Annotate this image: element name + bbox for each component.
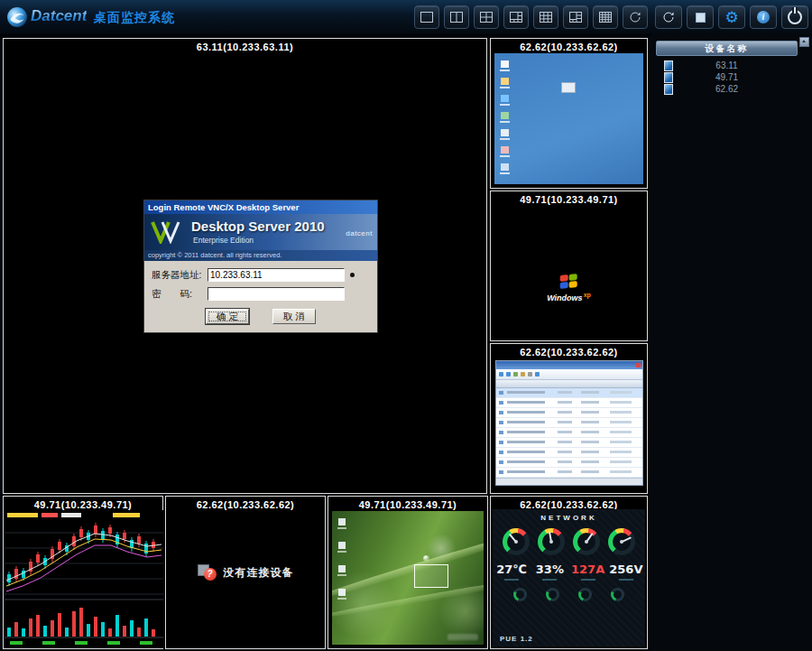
mini-gauge [513, 588, 527, 601]
info-button[interactable]: i [750, 5, 777, 29]
desktop-icon [501, 78, 509, 85]
brand-logo-icon [6, 6, 28, 28]
no-device-message: ? 没有连接设备 [166, 497, 325, 648]
refresh-button[interactable] [655, 5, 682, 29]
server-browse-button[interactable] [350, 273, 355, 277]
device-list-title: 设备名称 [706, 43, 749, 53]
humidity-gauge [538, 528, 565, 555]
layout-16-button[interactable] [593, 5, 618, 29]
info-icon: i [757, 11, 770, 23]
panel-main-63-11[interactable]: 63.11(10.233.63.11) Login Remote VNC/X D… [3, 38, 487, 494]
panel-49-71-xp[interactable]: 49.71(10.233.49.71) Windowsxp [490, 191, 648, 341]
desktop-icon [338, 589, 346, 596]
password-label: 密 码: [152, 288, 208, 301]
layout-9-button[interactable] [533, 5, 558, 29]
panel-49-71-chart[interactable]: 49.71(10.233.49.71) [3, 496, 163, 649]
panel-title: 49.71(10.233.49.71) [4, 499, 162, 510]
device-icon [664, 60, 673, 71]
selection-rectangle [414, 564, 448, 588]
stop-button[interactable] [687, 5, 714, 29]
cancel-button[interactable]: 取 消 [272, 309, 316, 324]
desktop-icon [501, 146, 509, 153]
password-input[interactable] [208, 287, 345, 301]
temperature-value: 27℃ [493, 563, 531, 581]
server-address-input[interactable] [208, 268, 345, 282]
windows-flag-icon [560, 274, 577, 289]
device-item-63-11[interactable]: 63.11 [656, 60, 798, 71]
panel-title: 49.71(10.233.49.71) [328, 499, 487, 510]
console-row [496, 438, 642, 448]
refresh-icon [661, 11, 676, 23]
auto-cycle-button[interactable] [623, 5, 648, 29]
desktop-photo-thumbnail [332, 511, 484, 645]
layout-2-button[interactable] [444, 5, 469, 29]
dialog-body: 服务器地址: 密 码: 确 定 取 消 [144, 261, 377, 332]
console-row [496, 398, 642, 408]
vendor-name: datcent [346, 229, 373, 237]
mini-gauge [578, 588, 592, 601]
layout-8-button[interactable] [563, 5, 588, 29]
remote-desktop-thumbnail [494, 53, 643, 184]
current-gauge [573, 528, 600, 555]
console-row [496, 418, 642, 428]
console-row [496, 428, 642, 438]
panel-62-62-dashboard[interactable]: 62.62(10.233.62.62) NETWORK 27℃ 33% 127A… [490, 496, 648, 649]
settings-button[interactable]: ⚙ [718, 5, 745, 29]
panel-62-62-desktop[interactable]: 62.62(10.233.62.62) [490, 38, 648, 189]
ok-button[interactable]: 确 定 [206, 309, 249, 324]
vnc-logo-icon [150, 220, 186, 246]
dialog-banner: Desktop Server 2010 Enterprise Edition d… [144, 214, 377, 250]
device-label: 62.62 [656, 83, 798, 95]
gear-icon: ⚙ [724, 10, 738, 25]
device-label: 49.71 [656, 71, 798, 83]
desktop-icon [338, 542, 346, 549]
panel-title: 62.62(10.233.62.62) [491, 347, 647, 358]
device-icon [664, 72, 673, 83]
panel-title: 63.11(10.233.63.11) [4, 42, 486, 52]
device-item-62-62[interactable]: 62.62 [656, 83, 798, 95]
power-button[interactable] [781, 5, 808, 29]
question-icon: ? [198, 564, 217, 581]
device-item-49-71[interactable]: 49.71 [656, 71, 798, 83]
panel-49-71-photo[interactable]: 49.71(10.233.49.71) [328, 496, 488, 649]
desktop-icon [501, 60, 509, 68]
panel-62-62-console[interactable]: 62.62(10.233.62.62) [490, 343, 648, 494]
desktop-icon [501, 112, 509, 119]
layout-6-button[interactable] [503, 5, 529, 29]
layout-single-button[interactable] [414, 5, 439, 29]
console-row [496, 458, 642, 468]
console-row [496, 448, 642, 458]
brand-name: Datcent [31, 7, 87, 25]
server-address-label: 服务器地址: [152, 269, 208, 282]
watermark [448, 634, 478, 640]
windows-xp-logo: Windowsxp [547, 274, 591, 302]
stop-icon [696, 13, 706, 23]
panel-62-62-nodevice[interactable]: 62.62(10.233.62.62) ? 没有连接设备 [165, 496, 326, 649]
top-bar: Datcent 桌面监控系统 [0, 0, 812, 35]
console-titlebar [496, 361, 642, 369]
desktop-icon [501, 129, 509, 136]
device-icon [664, 84, 673, 95]
vnc-login-dialog: Login Remote VNC/X Desktop Server Deskto… [143, 200, 378, 333]
desktop-icon [501, 163, 509, 171]
scrollbar-up-button[interactable] [799, 37, 809, 47]
voltage-gauge [608, 528, 635, 555]
close-icon [636, 363, 641, 367]
desktop-icon [338, 518, 346, 525]
temperature-gauge [503, 528, 530, 555]
console-window-thumbnail [495, 360, 643, 486]
control-toolbar: ⚙ i [655, 5, 808, 29]
layout-4-button[interactable] [474, 5, 499, 29]
product-name: Desktop Server 2010 [191, 219, 325, 234]
product-edition: Enterprise Edition [193, 236, 254, 245]
desktop-window [561, 82, 576, 93]
reading-row: 27℃ 33% 127A 256V [493, 563, 645, 581]
panel-title: 49.71(10.233.49.71) [491, 194, 647, 205]
dashboard-title: NETWORK [493, 514, 645, 522]
desktop-icon [338, 565, 346, 572]
voltage-value: 256V [607, 563, 645, 581]
dialog-title-bar[interactable]: Login Remote VNC/X Desktop Server [144, 200, 377, 214]
gauge-row [493, 528, 645, 555]
no-device-text: 没有连接设备 [224, 565, 294, 581]
device-label: 63.11 [656, 60, 798, 71]
